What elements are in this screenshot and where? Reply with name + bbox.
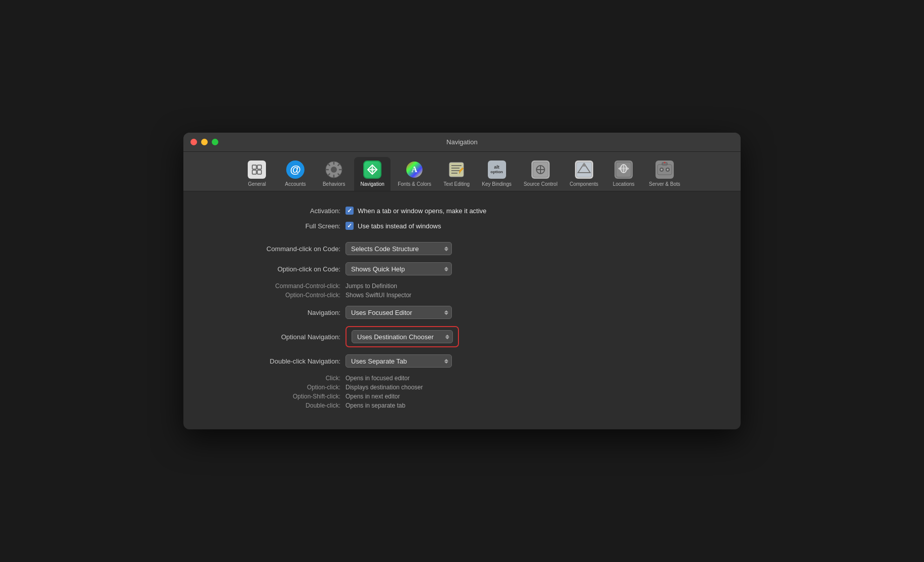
navigation-icon xyxy=(363,160,382,179)
components-icon xyxy=(574,160,594,179)
click-row: Click: Opens in focused editor xyxy=(214,375,710,382)
optional-nav-row: Optional Navigation: Uses Destination Ch… xyxy=(214,326,710,347)
window-title: Navigation xyxy=(446,138,477,146)
command-control-row: Command-Control-click: Jumps to Definiti… xyxy=(214,283,710,290)
fullscreen-row: Full Screen: Use tabs instead of windows xyxy=(214,222,710,230)
command-click-label: Command-click on Code: xyxy=(214,245,345,253)
optional-nav-value: Uses Destination Chooser xyxy=(357,333,434,341)
close-button[interactable] xyxy=(190,139,197,145)
command-click-value: Selects Code Structure xyxy=(351,245,419,253)
command-control-label: Command-Control-click: xyxy=(214,283,345,290)
accounts-icon: @ xyxy=(286,160,305,179)
main-window: Navigation General @ Acc xyxy=(183,133,741,429)
navigation-label: Navigation: xyxy=(214,309,345,316)
tab-accounts-label: Accounts xyxy=(285,181,306,187)
optional-nav-dropdown[interactable]: Uses Destination Chooser xyxy=(352,330,453,343)
dropdown-arrows xyxy=(444,247,448,251)
locations-icon xyxy=(614,160,633,179)
click-value: Opens in focused editor xyxy=(345,375,410,382)
svg-point-42 xyxy=(667,169,669,171)
tab-components[interactable]: Components xyxy=(564,157,603,191)
navigation-row: Navigation: Uses Focused Editor xyxy=(214,306,710,319)
svg-point-5 xyxy=(331,167,337,173)
option-click-row: Option-click on Code: Shows Quick Help xyxy=(214,262,710,275)
titlebar: Navigation xyxy=(183,133,741,152)
tab-navigation[interactable]: Navigation xyxy=(354,157,391,191)
optional-nav-label-wrap: Optional Navigation: xyxy=(214,332,345,341)
tab-fonts-colors-label: Fonts & Colors xyxy=(398,181,431,187)
tab-components-label: Components xyxy=(569,181,598,187)
navigation-dropdown[interactable]: Uses Focused Editor xyxy=(345,306,452,319)
tab-general-label: General xyxy=(248,181,266,187)
command-click-row: Command-click on Code: Selects Code Stru… xyxy=(214,242,710,255)
option-shift-value: Opens in next editor xyxy=(345,393,400,400)
fullscreen-checkbox[interactable] xyxy=(345,222,354,230)
svg-rect-2 xyxy=(257,165,261,169)
content-area: Activation: When a tab or window opens, … xyxy=(183,191,741,429)
double-click-label: Double-click: xyxy=(214,402,345,409)
text-editing-icon xyxy=(447,160,466,179)
option-control-label: Option-Control-click: xyxy=(214,292,345,299)
tab-source-control-label: Source Control xyxy=(524,181,558,187)
double-click-value: Opens in separate tab xyxy=(345,402,405,409)
command-control-value: Jumps to Definition xyxy=(345,283,397,290)
fullscreen-checkbox-row: Use tabs instead of windows xyxy=(345,222,441,230)
option-click-value: Shows Quick Help xyxy=(351,265,405,273)
svg-rect-1 xyxy=(252,170,256,174)
tab-accounts[interactable]: @ Accounts xyxy=(277,157,314,191)
tab-general[interactable]: General xyxy=(239,157,275,191)
toolbar: General @ Accounts xyxy=(183,152,741,191)
double-click-nav-label: Double-click Navigation: xyxy=(214,357,345,365)
minimize-button[interactable] xyxy=(201,139,208,145)
option-click-dropdown[interactable]: Shows Quick Help xyxy=(345,262,452,275)
server-bots-icon xyxy=(655,160,674,179)
svg-point-41 xyxy=(661,169,663,171)
svg-rect-3 xyxy=(257,170,261,174)
tab-key-bindings-label: Key Bindings xyxy=(482,181,511,187)
option-click2-label: Option-click: xyxy=(214,384,345,391)
tab-text-editing-label: Text Editing xyxy=(443,181,470,187)
tab-locations[interactable]: Locations xyxy=(605,157,642,191)
general-icon xyxy=(247,160,266,179)
maximize-button[interactable] xyxy=(212,139,218,145)
activation-checkbox[interactable] xyxy=(345,207,354,215)
behaviors-icon xyxy=(324,160,343,179)
tab-source-control[interactable]: Source Control xyxy=(519,157,563,191)
click-label: Click: xyxy=(214,375,345,382)
activation-row: Activation: When a tab or window opens, … xyxy=(214,207,710,215)
svg-point-44 xyxy=(664,162,665,164)
option-click2-value: Displays destination chooser xyxy=(345,384,423,391)
tab-behaviors[interactable]: Behaviors xyxy=(316,157,352,191)
source-control-icon xyxy=(531,160,550,179)
optional-nav-dropdown-arrows xyxy=(445,335,449,339)
fullscreen-label: Full Screen: xyxy=(214,222,345,230)
double-click-row: Double-click: Opens in separate tab xyxy=(214,402,710,409)
double-click-nav-dropdown[interactable]: Uses Separate Tab xyxy=(345,354,452,368)
double-click-nav-row: Double-click Navigation: Uses Separate T… xyxy=(214,354,710,368)
tab-server-bots[interactable]: Server & Bots xyxy=(644,157,685,191)
key-bindings-icon: alt option xyxy=(487,160,507,179)
tab-fonts-colors[interactable]: A Fonts & Colors xyxy=(393,157,436,191)
activation-value: When a tab or window opens, make it acti… xyxy=(358,207,486,215)
option-click-label: Option-click on Code: xyxy=(214,265,345,273)
tab-server-bots-label: Server & Bots xyxy=(649,181,680,187)
double-click-nav-value: Uses Separate Tab xyxy=(351,357,407,365)
optional-nav-label: Optional Navigation: xyxy=(281,333,340,341)
command-click-dropdown[interactable]: Selects Code Structure xyxy=(345,242,452,255)
activation-label: Activation: xyxy=(214,207,345,215)
tab-behaviors-label: Behaviors xyxy=(323,181,345,187)
svg-point-32 xyxy=(583,164,586,167)
tab-key-bindings[interactable]: alt option Key Bindings xyxy=(477,157,516,191)
tab-locations-label: Locations xyxy=(613,181,635,187)
fullscreen-value: Use tabs instead of windows xyxy=(358,222,441,230)
activation-checkbox-row: When a tab or window opens, make it acti… xyxy=(345,207,486,215)
navigation-value: Uses Focused Editor xyxy=(351,309,412,316)
svg-text:A: A xyxy=(411,165,417,174)
tab-text-editing[interactable]: Text Editing xyxy=(438,157,475,191)
svg-marker-17 xyxy=(370,167,375,172)
option-click-dropdown-arrows xyxy=(444,267,448,271)
option-shift-row: Option-Shift-click: Opens in next editor xyxy=(214,393,710,400)
option-shift-label: Option-Shift-click: xyxy=(214,393,345,400)
navigation-dropdown-arrows xyxy=(444,310,448,315)
option-control-value: Shows SwiftUI Inspector xyxy=(345,292,411,299)
